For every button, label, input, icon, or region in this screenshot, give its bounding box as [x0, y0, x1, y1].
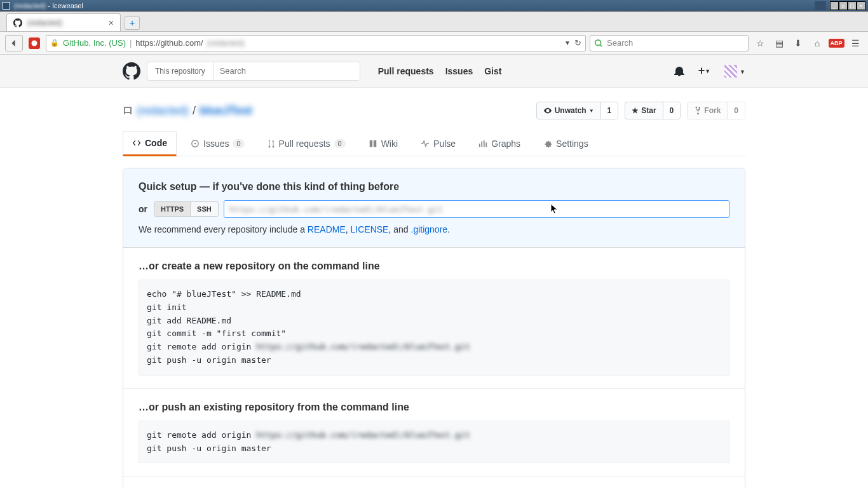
restore-button[interactable]: ▫ [839, 1, 848, 10]
quick-setup-box: Quick setup — if you've done this kind o… [123, 168, 745, 248]
menu-icon[interactable]: ☰ [848, 36, 863, 51]
gear-icon [543, 139, 552, 148]
back-button[interactable] [5, 35, 23, 51]
watch-count[interactable]: 1 [600, 102, 618, 119]
pr-icon [268, 139, 275, 148]
repo-tabs: Code Issues0 Pull requests0 Wiki Pulse G… [123, 131, 745, 156]
push-repo-code[interactable]: git remote add origin https://github.com… [139, 421, 729, 464]
maximize-button[interactable]: □ [848, 1, 857, 10]
tab-code[interactable]: Code [123, 131, 177, 156]
window-title: (redacted) - Iceweasel [14, 2, 815, 10]
repo-name-link[interactable]: blueJTest [200, 104, 252, 118]
github-search[interactable]: This repository [147, 62, 360, 81]
github-logo-icon[interactable] [123, 62, 140, 80]
gitignore-link[interactable]: .gitignore [411, 224, 448, 234]
titlebar-decoration [815, 1, 826, 10]
nav-issues[interactable]: Issues [445, 66, 473, 76]
close-window-button[interactable]: × [857, 1, 865, 10]
search-scope[interactable]: This repository [147, 62, 214, 80]
url-host: https://github.com/ [135, 38, 203, 48]
search-engine-icon [594, 39, 603, 48]
ublock-icon[interactable] [27, 36, 42, 51]
push-repo-section: …or push an existing repository from the… [123, 389, 745, 477]
create-repo-code[interactable]: echo "# blueJTest" >> README.md git init… [139, 280, 729, 376]
browser-toolbar: 🔒 GitHub, Inc. (US) | https://github.com… [0, 32, 868, 55]
star-button[interactable]: ★Star 0 [625, 102, 681, 119]
repo-breadcrumb: (redacted) / blueJTest [123, 104, 252, 118]
recommend-text: We recommend every repository include a … [139, 224, 729, 234]
repo-head: (redacted) / blueJTest Unwatch▼ 1 ★Star … [123, 88, 745, 156]
eye-icon [543, 106, 552, 115]
url-path: (redacted) [207, 38, 245, 48]
book-icon [369, 139, 377, 148]
repo-icon [123, 105, 133, 116]
url-bar[interactable]: 🔒 GitHub, Inc. (US) | https://github.com… [46, 35, 586, 51]
pulse-icon [421, 139, 430, 148]
svg-point-4 [194, 142, 196, 144]
browser-tab[interactable]: (redacted) × [6, 13, 121, 31]
downloads-icon[interactable]: ⬇ [790, 36, 806, 51]
search-placeholder: Search [607, 38, 633, 48]
github-search-input[interactable] [214, 62, 360, 80]
unwatch-button[interactable]: Unwatch▼ 1 [536, 102, 619, 119]
github-favicon-icon [13, 18, 22, 27]
os-titlebar: (redacted) - Iceweasel _ ▫ □ × [0, 0, 868, 11]
window-menu-icon[interactable] [3, 2, 10, 10]
abp-icon[interactable]: ABP [829, 36, 844, 51]
clone-protocol-group: HTTPS SSH [154, 201, 219, 217]
svg-point-1 [32, 40, 37, 46]
code-icon [132, 139, 141, 147]
create-repo-section: …or create a new repository on the comma… [123, 248, 745, 389]
browser-tabbar: (redacted) × + [0, 11, 868, 32]
repo-main: Quick setup — if you've done this kind o… [123, 168, 745, 488]
clone-url-field[interactable]: https://github.com/(redacted)/blueJTest.… [224, 200, 729, 218]
tab-pull-requests[interactable]: Pull requests0 [259, 131, 355, 156]
or-label: or [139, 204, 154, 214]
tab-close-button[interactable]: × [109, 18, 114, 28]
tab-title: (redacted) [27, 18, 62, 27]
browser-search[interactable]: Search [590, 35, 749, 51]
star-icon: ★ [632, 106, 639, 115]
github-header: This repository Pull requests Issues Gis… [0, 55, 868, 88]
library-icon[interactable]: ▤ [771, 36, 787, 51]
svg-point-2 [595, 39, 601, 45]
notifications-icon[interactable] [674, 66, 684, 76]
reload-button[interactable]: ↻ [574, 38, 581, 48]
fork-count[interactable]: 0 [727, 102, 745, 119]
fork-icon [694, 106, 702, 115]
readme-link[interactable]: README [308, 224, 346, 234]
push-repo-heading: …or push an existing repository from the… [139, 402, 729, 413]
site-identity: GitHub, Inc. (US) [63, 38, 126, 48]
fork-button[interactable]: Fork 0 [687, 102, 745, 119]
tab-issues[interactable]: Issues0 [182, 131, 254, 156]
https-toggle[interactable]: HTTPS [154, 202, 190, 216]
home-icon[interactable]: ⌂ [810, 36, 825, 51]
repo-owner-link[interactable]: (redacted) [137, 104, 189, 118]
quick-setup-heading: Quick setup — if you've done this kind o… [139, 181, 729, 193]
graph-icon [478, 139, 487, 148]
issue-icon [191, 139, 200, 148]
dropdown-icon[interactable]: ▼ [564, 39, 571, 46]
new-tab-button[interactable]: + [125, 16, 140, 30]
tab-pulse[interactable]: Pulse [412, 131, 465, 156]
tab-graphs[interactable]: Graphs [470, 131, 529, 156]
minimize-button[interactable]: _ [830, 1, 839, 10]
nav-pull-requests[interactable]: Pull requests [378, 66, 434, 76]
license-link[interactable]: LICENSE [351, 224, 389, 234]
avatar-icon[interactable]: ▼ [724, 65, 745, 78]
ssh-toggle[interactable]: SSH [190, 202, 218, 216]
star-count[interactable]: 0 [663, 102, 681, 119]
page-content: This repository Pull requests Issues Gis… [0, 55, 868, 488]
nav-gist[interactable]: Gist [484, 66, 501, 76]
create-repo-heading: …or create a new repository on the comma… [139, 261, 729, 272]
tab-wiki[interactable]: Wiki [360, 131, 407, 156]
create-new-icon[interactable]: +▼ [698, 64, 710, 78]
bookmark-star-icon[interactable]: ☆ [752, 36, 768, 51]
github-nav: Pull requests Issues Gist [378, 66, 502, 76]
lock-icon: 🔒 [50, 39, 59, 47]
tab-settings[interactable]: Settings [534, 131, 597, 156]
import-repo-section: …or import code from another repository … [123, 477, 745, 488]
